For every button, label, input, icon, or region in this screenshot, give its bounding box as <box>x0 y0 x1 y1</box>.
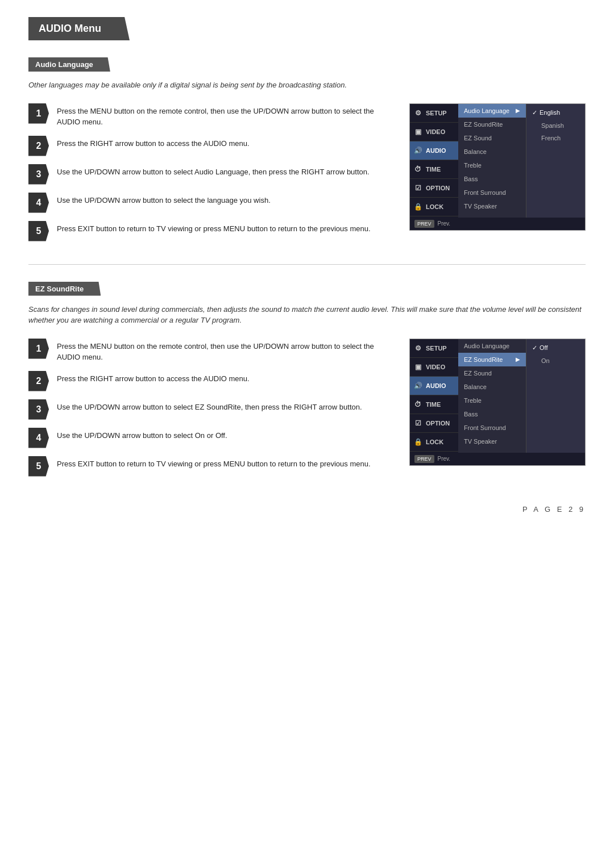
sections-container: Audio LanguageOther languages may be ava… <box>28 57 586 477</box>
steps-list-audio-language: 1Press the MENU button on the remote con… <box>28 103 387 241</box>
tv-footer-text-ez-soundrite: Prev. <box>438 456 451 462</box>
tv-menu-item-5: Bass <box>458 172 526 186</box>
tv-sidebar-icon-4: ☑ <box>413 183 422 193</box>
step-number-0-2: 3 <box>28 164 49 185</box>
step-item-0-0: 1Press the MENU button on the remote con… <box>28 103 387 128</box>
tv-footer-btn-ez-soundrite: PREV <box>414 455 434 463</box>
page-title: AUDIO Menu <box>28 17 130 40</box>
page-number: P A G E 2 9 <box>28 499 586 514</box>
step-number-1-2: 3 <box>28 399 49 420</box>
tv-submenu-item-1: Spanish <box>526 119 585 132</box>
step-text-1-4: Press EXIT button to return to TV viewin… <box>57 456 371 470</box>
step-item-0-2: 3Use the UP/DOWN arrow button to select … <box>28 164 387 185</box>
tv-sidebar-icon-2: 🔊 <box>413 146 422 155</box>
step-text-1-1: Press the RIGHT arrow button to access t… <box>57 371 250 385</box>
tv-sidebar-item-3: ⏱TIME <box>410 160 458 179</box>
tv-sidebar-item-2: 🔊AUDIO <box>410 141 458 160</box>
step-item-1-1: 2Press the RIGHT arrow button to access … <box>28 371 387 391</box>
tv-sidebar-item-3: ⏱TIME <box>410 395 458 414</box>
step-text-0-4: Press EXIT button to return to TV viewin… <box>57 221 371 235</box>
step-item-1-4: 5Press EXIT button to return to TV viewi… <box>28 456 387 477</box>
tv-menu-item-7: TV Speaker <box>458 199 526 213</box>
step-item-0-4: 5Press EXIT button to return to TV viewi… <box>28 221 387 241</box>
tv-sidebar-item-5: 🔒LOCK <box>410 198 458 216</box>
section-content-ez-soundrite: 1Press the MENU button on the remote con… <box>28 339 586 477</box>
tv-sidebar-icon-4: ☑ <box>413 419 422 428</box>
tv-sidebar-label-0: SETUP <box>426 345 447 352</box>
tv-sidebar-icon-0: ⚙ <box>413 108 422 118</box>
step-number-1-0: 1 <box>28 339 49 359</box>
tv-menu-item-6: Front Surround <box>458 421 526 435</box>
tv-sidebar-icon-5: 🔒 <box>413 437 422 446</box>
tv-sidebar-item-0: ⚙SETUP <box>410 104 458 123</box>
tv-menu-item-6: Front Surround <box>458 186 526 199</box>
tv-sidebar-label-5: LOCK <box>426 439 443 445</box>
steps-list-ez-soundrite: 1Press the MENU button on the remote con… <box>28 339 387 477</box>
tv-sidebar-icon-0: ⚙ <box>413 344 422 353</box>
tv-sidebar-icon-1: ▣ <box>413 127 422 136</box>
tv-menu-item-1: EZ SoundRite▶ <box>458 353 526 366</box>
tv-menu-arrow-1: ▶ <box>516 356 520 362</box>
tv-sidebar-label-1: VIDEO <box>426 128 445 135</box>
tv-sidebar-label-4: OPTION <box>426 420 450 427</box>
step-item-1-0: 1Press the MENU button on the remote con… <box>28 339 387 363</box>
tv-sidebar-item-2: 🔊AUDIO <box>410 377 458 395</box>
section-label-audio-language: Audio Language <box>28 57 110 72</box>
tv-submenu-item-0: Off <box>526 341 585 354</box>
step-number-0-0: 1 <box>28 103 49 124</box>
tv-sidebar-label-5: LOCK <box>426 203 443 210</box>
tv-sidebar-label-3: TIME <box>426 401 441 408</box>
tv-menu-audio-language: ⚙SETUP▣VIDEO🔊AUDIO⏱TIME☑OPTION🔒LOCKAudio… <box>409 103 586 231</box>
step-text-0-2: Use the UP/DOWN arrow button to select A… <box>57 164 370 178</box>
tv-menu-item-4: Treble <box>458 394 526 407</box>
step-text-0-1: Press the RIGHT arrow button to access t… <box>57 136 250 149</box>
tv-menu-ez-soundrite: ⚙SETUP▣VIDEO🔊AUDIO⏱TIME☑OPTION🔒LOCKAudio… <box>409 339 586 466</box>
tv-sidebar-item-1: ▣VIDEO <box>410 358 458 377</box>
tv-sidebar-item-0: ⚙SETUP <box>410 339 458 358</box>
tv-footer-btn-audio-language: PREV <box>414 220 434 228</box>
section-audio-language: Audio LanguageOther languages may be ava… <box>28 57 586 241</box>
step-text-0-3: Use the UP/DOWN arrow button to select t… <box>57 193 271 206</box>
tv-sidebar-icon-3: ⏱ <box>413 165 422 174</box>
tv-sidebar-label-3: TIME <box>426 166 441 173</box>
tv-sidebar-icon-3: ⏱ <box>413 400 422 409</box>
step-number-0-4: 5 <box>28 221 49 241</box>
tv-submenu-item-0: English <box>526 106 585 119</box>
tv-submenu-item-1: On <box>526 354 585 367</box>
step-item-0-1: 2Press the RIGHT arrow button to access … <box>28 136 387 156</box>
section-label-ez-soundrite: EZ SoundRite <box>28 282 101 296</box>
tv-footer-audio-language: PREVPrev. <box>410 218 585 230</box>
step-number-0-1: 2 <box>28 136 49 156</box>
tv-footer-text-audio-language: Prev. <box>438 220 451 227</box>
tv-sidebar-label-0: SETUP <box>426 110 447 116</box>
tv-menu-item-4: Treble <box>458 158 526 172</box>
section-content-audio-language: 1Press the MENU button on the remote con… <box>28 103 586 241</box>
tv-sidebar-item-1: ▣VIDEO <box>410 123 458 141</box>
step-item-1-3: 4Use the UP/DOWN arrow button to select … <box>28 428 387 448</box>
tv-menu-item-0: Audio Language <box>458 339 526 353</box>
step-text-1-2: Use the UP/DOWN arrow button to select E… <box>57 399 362 413</box>
step-number-1-1: 2 <box>28 371 49 391</box>
tv-menu-item-3: Balance <box>458 145 526 158</box>
tv-sidebar-item-4: ☑OPTION <box>410 179 458 198</box>
tv-menu-item-1: EZ SoundRite <box>458 118 526 131</box>
step-number-1-4: 5 <box>28 456 49 477</box>
tv-sidebar-label-4: OPTION <box>426 185 450 191</box>
tv-menu-item-0: Audio Language▶ <box>458 104 526 118</box>
tv-sidebar-icon-2: 🔊 <box>413 381 422 390</box>
step-number-1-3: 4 <box>28 428 49 448</box>
tv-menu-item-2: EZ Sound <box>458 366 526 380</box>
tv-menu-item-2: EZ Sound <box>458 131 526 145</box>
step-text-1-3: Use the UP/DOWN arrow button to select O… <box>57 428 227 441</box>
tv-sidebar-icon-5: 🔒 <box>413 202 422 211</box>
section-desc-audio-language: Other languages may be available only if… <box>28 80 586 91</box>
step-item-0-3: 4Use the UP/DOWN arrow button to select … <box>28 193 387 213</box>
tv-menu-item-7: TV Speaker <box>458 435 526 448</box>
step-item-1-2: 3Use the UP/DOWN arrow button to select … <box>28 399 387 420</box>
tv-footer-ez-soundrite: PREVPrev. <box>410 453 585 465</box>
tv-sidebar-label-2: AUDIO <box>426 147 446 154</box>
step-text-1-0: Press the MENU button on the remote cont… <box>57 339 387 363</box>
step-number-0-3: 4 <box>28 193 49 213</box>
tv-sidebar-item-5: 🔒LOCK <box>410 433 458 452</box>
page-wrapper: AUDIO Menu Audio LanguageOther languages… <box>17 0 597 531</box>
